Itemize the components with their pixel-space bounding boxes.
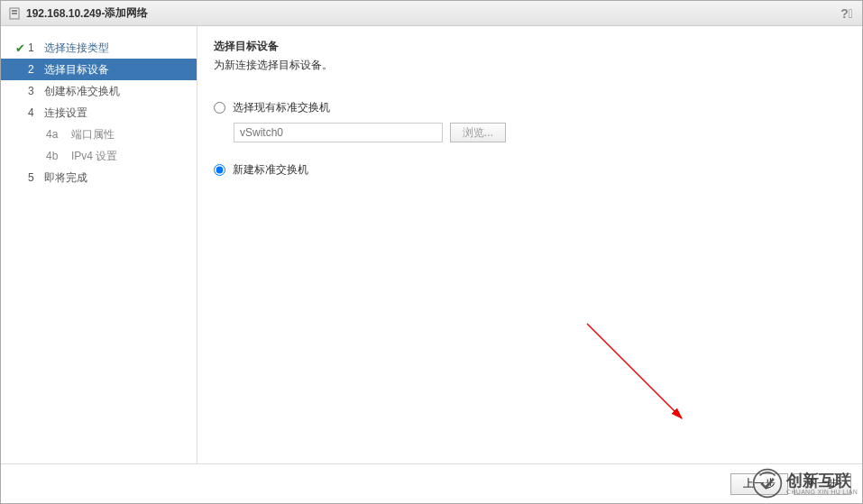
wizard-sidebar: ✔ 1 选择连接类型 2 选择目标设备 3 创建标准交换机 4 连接设置 4a — [1, 26, 197, 463]
radio-existing-vswitch[interactable] — [214, 102, 225, 114]
radio-existing-label[interactable]: 选择现有标准交换机 — [233, 100, 330, 115]
help-icon[interactable]: ?⃝ — [839, 5, 855, 22]
wizard-content: ✔ 1 选择连接类型 2 选择目标设备 3 创建标准交换机 4 连接设置 4a — [1, 26, 862, 463]
page-title: 选择目标设备 — [214, 39, 846, 54]
radio-new-label[interactable]: 新建标准交换机 — [233, 162, 308, 178]
annotation-arrow — [583, 319, 691, 427]
svg-rect-2 — [12, 13, 17, 14]
host-icon — [8, 7, 21, 20]
option-new-vswitch-row: 新建标准交换机 — [214, 162, 846, 178]
step-4-connection-settings: 4 连接设置 — [1, 102, 197, 124]
title-host: 192.168.10.249 — [26, 7, 101, 20]
step-2-target-device[interactable]: 2 选择目标设备 — [1, 59, 197, 80]
add-network-wizard-dialog: 192.168.10.249 - 添加网络 ?⃝ ✔ 1 选择连接类型 2 选择… — [0, 0, 863, 504]
step-5-ready-to-complete: 5 即将完成 — [1, 167, 197, 188]
svg-rect-1 — [12, 10, 17, 12]
next-button[interactable]: 下一步 — [794, 473, 851, 495]
titlebar: 192.168.10.249 - 添加网络 ?⃝ — [1, 1, 862, 26]
wizard-footer: 上一步 下一步 — [1, 463, 862, 503]
title-text: 添加网络 — [105, 5, 148, 21]
existing-vswitch-input-row: 浏览... — [234, 123, 846, 142]
browse-button: 浏览... — [450, 123, 506, 142]
existing-vswitch-input — [234, 123, 443, 142]
back-button[interactable]: 上一步 — [730, 473, 788, 495]
substep-4a-port-properties: 4a 端口属性 — [1, 124, 197, 145]
step-3-create-vswitch: 3 创建标准交换机 — [1, 80, 197, 102]
page-subtitle: 为新连接选择目标设备。 — [214, 58, 846, 73]
option-existing-vswitch-row: 选择现有标准交换机 — [214, 100, 846, 115]
check-icon: ✔ — [12, 41, 28, 55]
radio-new-vswitch[interactable] — [214, 164, 225, 176]
substep-4b-ipv4-settings: 4b IPv4 设置 — [1, 145, 197, 167]
step-1-connection-type[interactable]: ✔ 1 选择连接类型 — [1, 37, 197, 59]
svg-line-3 — [587, 324, 682, 418]
wizard-main-panel: 选择目标设备 为新连接选择目标设备。 选择现有标准交换机 浏览... 新建标准交… — [197, 26, 862, 463]
